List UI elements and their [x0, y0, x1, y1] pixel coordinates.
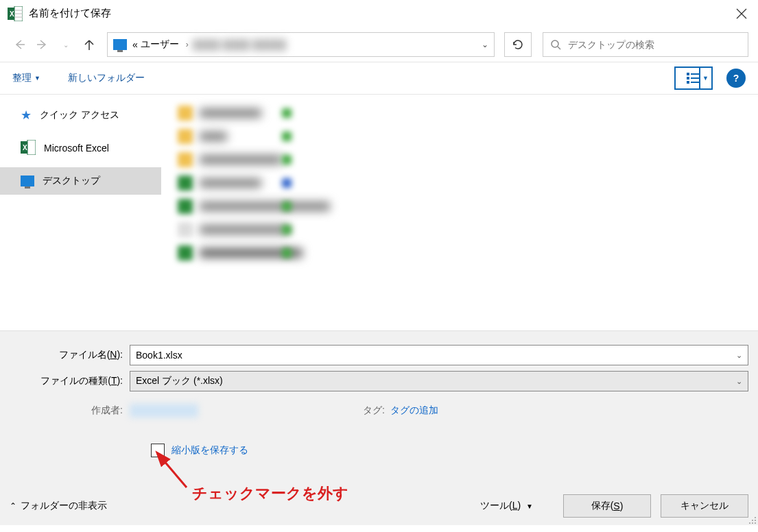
recent-dropdown[interactable]: ⌄ [56, 35, 75, 54]
chevron-down-icon: ▼ [526, 503, 533, 510]
author-value[interactable] [130, 404, 198, 418]
filename-input[interactable]: Book1.xlsx ⌄ [130, 345, 748, 365]
titlebar: X 名前を付けて保存 [0, 0, 758, 27]
sidebar-item-desktop[interactable]: デスクトップ [0, 167, 161, 195]
forward-button[interactable] [33, 35, 52, 54]
svg-point-22 [755, 517, 756, 518]
list-item[interactable] [178, 244, 742, 262]
add-tags-link[interactable]: タグの追加 [390, 404, 438, 417]
file-list[interactable] [161, 95, 758, 330]
filename-label: ファイル名(N): [10, 349, 130, 361]
breadcrumb-blurred: ████ ████ █████ [193, 39, 482, 50]
refresh-button[interactable] [504, 32, 532, 57]
author-label: 作成者: [10, 404, 130, 417]
excel-icon: X [21, 140, 36, 157]
close-button[interactable] [725, 0, 758, 27]
svg-point-24 [755, 520, 756, 521]
search-box[interactable] [543, 32, 748, 57]
back-button[interactable] [10, 35, 29, 54]
bottom-panel: ファイル名(N): Book1.xlsx ⌄ ファイルの種類(T): Excel… [0, 330, 758, 525]
resize-grip[interactable] [748, 516, 757, 524]
list-item[interactable] [178, 151, 742, 169]
svg-line-11 [558, 47, 560, 49]
thumbnail-label[interactable]: 縮小版を保存する [171, 444, 248, 457]
list-item[interactable] [178, 197, 742, 215]
sidebar-item-quick-access[interactable]: ★ クイック アクセス [0, 101, 161, 129]
search-icon [550, 39, 561, 50]
list-item[interactable] [178, 174, 742, 192]
save-button[interactable]: 保存(S) [563, 494, 651, 518]
svg-point-23 [752, 520, 753, 521]
annotation: チェックマークを外す [144, 455, 199, 491]
new-folder-button[interactable]: 新しいフォルダー [68, 72, 145, 84]
window-title: 名前を付けて保存 [29, 7, 111, 20]
svg-rect-19 [27, 140, 36, 155]
cancel-button[interactable]: キャンセル [661, 494, 748, 518]
breadcrumb[interactable]: « ユーザー › ████ ████ █████ ⌄ [107, 32, 495, 57]
footer: ⌃ フォルダーの非表示 ツール(L) ▼ 保存(S) キャンセル [0, 487, 758, 525]
list-item[interactable] [178, 221, 742, 239]
breadcrumb-dropdown[interactable]: ⌄ [482, 40, 488, 49]
desktop-icon [21, 176, 34, 186]
list-item[interactable] [178, 128, 742, 145]
chevron-down-icon[interactable]: ⌄ [736, 377, 742, 386]
svg-text:X: X [10, 10, 14, 18]
organize-menu[interactable]: 整理 ▼ [12, 72, 40, 84]
svg-rect-12 [687, 73, 689, 75]
tags-label: タグ: [363, 404, 385, 417]
sidebar-item-excel[interactable]: X Microsoft Excel [0, 134, 161, 162]
svg-point-25 [749, 522, 750, 524]
svg-rect-16 [687, 81, 689, 84]
star-icon: ★ [21, 108, 32, 123]
svg-line-21 [163, 460, 187, 487]
breadcrumb-user[interactable]: ユーザー [141, 38, 179, 51]
chevron-down-icon: ▼ [702, 75, 709, 82]
breadcrumb-prefix: « [132, 39, 138, 50]
navbar: ⌄ « ユーザー › ████ ████ █████ ⌄ [0, 27, 758, 62]
thumbnail-checkbox[interactable] [151, 444, 165, 457]
chevron-down-icon[interactable]: ⌄ [736, 351, 742, 360]
help-button[interactable]: ? [726, 69, 746, 88]
search-input[interactable] [568, 39, 741, 50]
details-view-icon [687, 73, 700, 84]
tools-menu[interactable]: ツール(L) ▼ [480, 500, 533, 512]
filetype-label: ファイルの種類(T): [10, 375, 130, 387]
main-area: ★ クイック アクセス X Microsoft Excel デスクトップ [0, 95, 758, 330]
chevron-down-icon: ▼ [34, 75, 40, 82]
svg-text:X: X [23, 144, 27, 152]
svg-rect-14 [687, 77, 689, 80]
excel-icon: X [7, 5, 23, 22]
chevron-right-icon: › [186, 40, 189, 49]
svg-point-26 [752, 522, 753, 524]
svg-point-10 [552, 40, 558, 47]
svg-point-27 [755, 522, 756, 524]
filetype-select[interactable]: Excel ブック (*.xlsx) ⌄ [130, 371, 748, 391]
sidebar: ★ クイック アクセス X Microsoft Excel デスクトップ [0, 95, 161, 330]
pc-icon [113, 39, 127, 50]
up-button[interactable] [80, 35, 99, 54]
hide-folders-button[interactable]: ⌃ フォルダーの非表示 [10, 500, 107, 512]
list-item[interactable] [178, 104, 742, 122]
toolbar: 整理 ▼ 新しいフォルダー ▼ ? [0, 62, 758, 95]
chevron-up-icon: ⌃ [10, 501, 16, 511]
view-mode-button[interactable]: ▼ [674, 66, 713, 90]
